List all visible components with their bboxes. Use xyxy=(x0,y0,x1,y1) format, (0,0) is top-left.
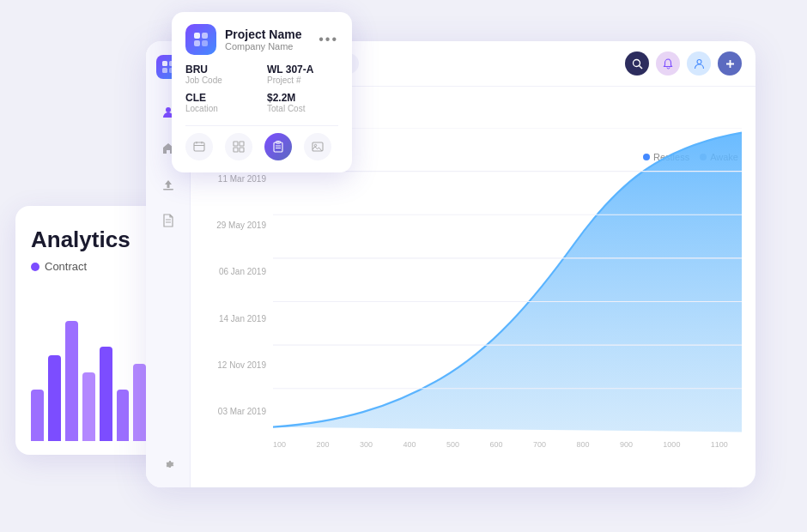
popup-field-desc-2: Location xyxy=(185,104,257,113)
popup-actions xyxy=(185,125,338,160)
y-label-1: 11 Mar 2019 xyxy=(204,174,273,184)
x-label-0: 100 xyxy=(273,440,286,449)
y-label-5: 12 Nov 2019 xyxy=(204,360,273,370)
svg-point-10 xyxy=(633,59,640,66)
x-label-3: 400 xyxy=(403,440,416,449)
popup-field-value-0: BRU xyxy=(185,63,257,76)
popup-action-image[interactable] xyxy=(304,133,331,160)
x-label-6: 700 xyxy=(533,440,546,449)
popup-field-3: $2.2MTotal Cost xyxy=(267,92,338,113)
popup-field-value-3: $2.2M xyxy=(267,92,338,104)
popup-field-2: CLELocation xyxy=(185,92,257,113)
y-label-6: 03 Mar 2019 xyxy=(204,407,273,416)
svg-rect-2 xyxy=(162,68,167,73)
svg-rect-5 xyxy=(163,189,173,190)
svg-point-4 xyxy=(166,107,171,112)
header-actions xyxy=(625,51,742,76)
svg-rect-32 xyxy=(234,148,238,152)
svg-rect-24 xyxy=(194,40,200,46)
popup-action-calendar[interactable] xyxy=(185,133,213,160)
popup-title: Project Name xyxy=(225,27,310,41)
svg-point-39 xyxy=(314,144,316,146)
svg-rect-23 xyxy=(202,33,208,39)
y-label-3: 06 Jan 2019 xyxy=(204,267,273,276)
x-label-8: 900 xyxy=(620,440,633,449)
analytics-bar-0 xyxy=(31,390,44,441)
sidebar-icon-upload[interactable] xyxy=(159,175,178,194)
popup-field-0: BRUJob Code xyxy=(185,63,257,85)
x-axis: 10020030040050060070080090010001100 xyxy=(204,437,728,449)
header-search-button[interactable] xyxy=(625,51,649,76)
chart-wrapper: 02 Nov 201911 Mar 201929 May 201906 Jan … xyxy=(204,128,742,437)
x-label-1: 200 xyxy=(316,440,329,449)
y-label-4: 14 Jan 2019 xyxy=(204,314,273,323)
area-chart-svg xyxy=(273,128,742,437)
popup-field-desc-3: Total Cost xyxy=(267,104,338,113)
svg-rect-31 xyxy=(240,142,244,146)
sidebar-icon-settings[interactable] xyxy=(159,455,178,474)
svg-point-12 xyxy=(697,59,701,63)
popup-title-area: Project Name Company Name xyxy=(225,27,310,51)
analytics-bar-1 xyxy=(48,355,61,441)
analytics-bar-3 xyxy=(82,372,95,441)
popup-field-desc-0: Job Code xyxy=(185,76,257,85)
x-label-5: 600 xyxy=(489,440,502,449)
popup-action-report[interactable] xyxy=(264,133,292,160)
popup-field-desc-1: Project # xyxy=(267,76,338,85)
popup-more-button[interactable]: ••• xyxy=(319,32,338,47)
svg-rect-26 xyxy=(194,142,204,151)
x-label-9: 1000 xyxy=(663,440,680,449)
x-label-4: 500 xyxy=(446,440,459,449)
popup-subtitle: Company Name xyxy=(225,41,310,51)
svg-rect-30 xyxy=(234,142,238,146)
popup-action-grid-view[interactable] xyxy=(225,133,252,160)
svg-rect-34 xyxy=(274,142,282,152)
svg-rect-22 xyxy=(194,33,200,39)
svg-rect-25 xyxy=(202,40,208,46)
popup-field-value-1: WL 307-A xyxy=(267,63,338,76)
x-label-10: 1100 xyxy=(711,440,728,449)
chart-plot xyxy=(273,128,742,437)
analytics-bar-5 xyxy=(117,390,130,441)
header-notification-button[interactable] xyxy=(656,51,680,76)
popup-card: Project Name Company Name ••• BRUJob Cod… xyxy=(172,12,352,172)
header-user-button[interactable] xyxy=(687,51,711,76)
header-add-button[interactable] xyxy=(718,51,742,76)
x-label-2: 300 xyxy=(360,440,373,449)
analytics-legend-dot xyxy=(31,263,39,271)
popup-logo xyxy=(185,24,216,55)
svg-rect-0 xyxy=(162,61,167,66)
analytics-bar-4 xyxy=(100,347,112,441)
sidebar-icon-document[interactable] xyxy=(159,211,178,230)
x-label-7: 800 xyxy=(576,440,589,449)
y-label-2: 29 May 2019 xyxy=(204,221,273,230)
analytics-legend-label: Contract xyxy=(45,260,87,273)
popup-field-1: WL 307-AProject # xyxy=(267,63,338,85)
y-axis: 02 Nov 201911 Mar 201929 May 201906 Jan … xyxy=(204,128,273,437)
analytics-bar-6 xyxy=(133,364,146,441)
popup-grid: BRUJob CodeWL 307-AProject #CLELocation$… xyxy=(185,63,338,113)
svg-line-11 xyxy=(639,65,642,69)
popup-header: Project Name Company Name ••• xyxy=(185,24,338,55)
svg-rect-33 xyxy=(240,148,244,152)
popup-field-value-2: CLE xyxy=(185,92,257,104)
analytics-bar-2 xyxy=(65,321,78,441)
